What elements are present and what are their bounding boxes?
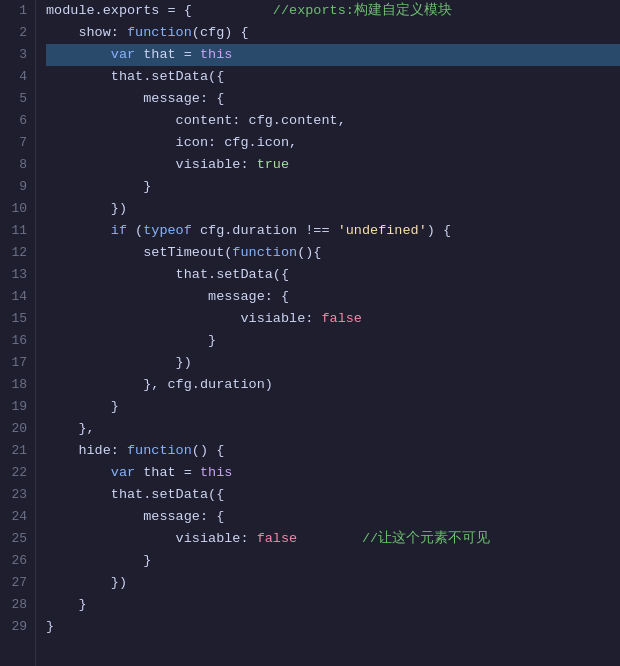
token-kw: var — [111, 47, 135, 62]
token-plain: visiable: — [46, 311, 321, 326]
token-plain: } — [46, 333, 216, 348]
token-plain: that.setData({ — [46, 267, 289, 282]
token-plain: setTimeout( — [46, 245, 232, 260]
token-plain: message: { — [46, 289, 289, 304]
line-number: 13 — [0, 264, 27, 286]
code-line: }) — [46, 352, 620, 374]
token-plain: that = — [135, 47, 200, 62]
line-number: 19 — [0, 396, 27, 418]
line-number: 1 — [0, 0, 27, 22]
token-kw: function — [127, 25, 192, 40]
line-number: 7 — [0, 132, 27, 154]
token-plain: } — [46, 399, 119, 414]
line-number: 28 — [0, 594, 27, 616]
code-line: } — [46, 396, 620, 418]
token-plain: } — [46, 597, 87, 612]
token-str: 'undefined' — [338, 223, 427, 238]
token-plain — [46, 223, 111, 238]
code-editor: 1234567891011121314151617181920212223242… — [0, 0, 620, 666]
token-comment: //exports:构建自定义模块 — [273, 3, 452, 18]
token-this-kw: this — [200, 465, 232, 480]
code-line: setTimeout(function(){ — [46, 242, 620, 264]
line-number: 10 — [0, 198, 27, 220]
token-kw: typeof — [143, 223, 192, 238]
code-line: icon: cfg.icon, — [46, 132, 620, 154]
code-line: message: { — [46, 88, 620, 110]
code-line: }) — [46, 572, 620, 594]
line-number: 18 — [0, 374, 27, 396]
line-number: 22 — [0, 462, 27, 484]
code-line: }) — [46, 198, 620, 220]
line-number: 12 — [0, 242, 27, 264]
code-line: content: cfg.content, — [46, 110, 620, 132]
code-line: } — [46, 594, 620, 616]
line-number: 8 — [0, 154, 27, 176]
line-number: 15 — [0, 308, 27, 330]
line-numbers: 1234567891011121314151617181920212223242… — [0, 0, 36, 666]
token-plain: message: { — [46, 91, 224, 106]
line-number: 11 — [0, 220, 27, 242]
code-line: } — [46, 330, 620, 352]
code-line: }, — [46, 418, 620, 440]
token-plain: that.setData({ — [46, 69, 224, 84]
token-kw: function — [232, 245, 297, 260]
code-line: module.exports = { //exports:构建自定义模块 — [46, 0, 620, 22]
token-plain: that.setData({ — [46, 487, 224, 502]
token-plain: }) — [46, 355, 192, 370]
token-plain: } — [46, 553, 151, 568]
line-number: 4 — [0, 66, 27, 88]
token-plain: cfg.duration !== — [192, 223, 338, 238]
token-plain: }, cfg.duration) — [46, 377, 273, 392]
token-bool-false: false — [321, 311, 362, 326]
code-line: } — [46, 616, 620, 638]
code-line: message: { — [46, 286, 620, 308]
token-plain: visiable: — [46, 531, 257, 546]
code-line: var that = this — [46, 44, 620, 66]
line-number: 29 — [0, 616, 27, 638]
token-kw: if — [111, 223, 127, 238]
token-bool-false: false — [257, 531, 298, 546]
code-line: that.setData({ — [46, 66, 620, 88]
code-line: } — [46, 176, 620, 198]
line-number: 26 — [0, 550, 27, 572]
line-number: 27 — [0, 572, 27, 594]
line-number: 24 — [0, 506, 27, 528]
token-plain: message: { — [46, 509, 224, 524]
token-plain: module.exports = { — [46, 3, 192, 18]
code-line: if (typeof cfg.duration !== 'undefined')… — [46, 220, 620, 242]
token-plain: } — [46, 619, 54, 634]
token-plain: ) { — [427, 223, 451, 238]
code-line: that.setData({ — [46, 484, 620, 506]
token-plain: }, — [46, 421, 95, 436]
code-line: visiable: false — [46, 308, 620, 330]
token-this-kw: this — [200, 47, 232, 62]
token-plain: } — [46, 179, 151, 194]
token-plain: ( — [127, 223, 143, 238]
token-plain: that = — [135, 465, 200, 480]
token-kw: function — [127, 443, 192, 458]
code-line: message: { — [46, 506, 620, 528]
token-bool-true: true — [257, 157, 289, 172]
token-plain: (cfg) { — [192, 25, 249, 40]
code-line: var that = this — [46, 462, 620, 484]
token-plain: hide: — [46, 443, 127, 458]
line-number: 17 — [0, 352, 27, 374]
token-kw: var — [111, 465, 135, 480]
token-plain: show: — [46, 25, 127, 40]
token-plain: (){ — [297, 245, 321, 260]
token-plain — [297, 531, 362, 546]
code-area: module.exports = { //exports:构建自定义模块 sho… — [36, 0, 620, 666]
token-plain: icon: cfg.icon, — [46, 135, 297, 150]
code-line: visiable: false //让这个元素不可见 — [46, 528, 620, 550]
code-line: hide: function() { — [46, 440, 620, 462]
line-number: 9 — [0, 176, 27, 198]
line-number: 14 — [0, 286, 27, 308]
line-number: 3 — [0, 44, 27, 66]
token-plain: content: cfg.content, — [46, 113, 346, 128]
line-number: 25 — [0, 528, 27, 550]
line-number: 21 — [0, 440, 27, 462]
code-line: }, cfg.duration) — [46, 374, 620, 396]
token-spacer — [192, 3, 273, 18]
line-number: 23 — [0, 484, 27, 506]
line-number: 16 — [0, 330, 27, 352]
